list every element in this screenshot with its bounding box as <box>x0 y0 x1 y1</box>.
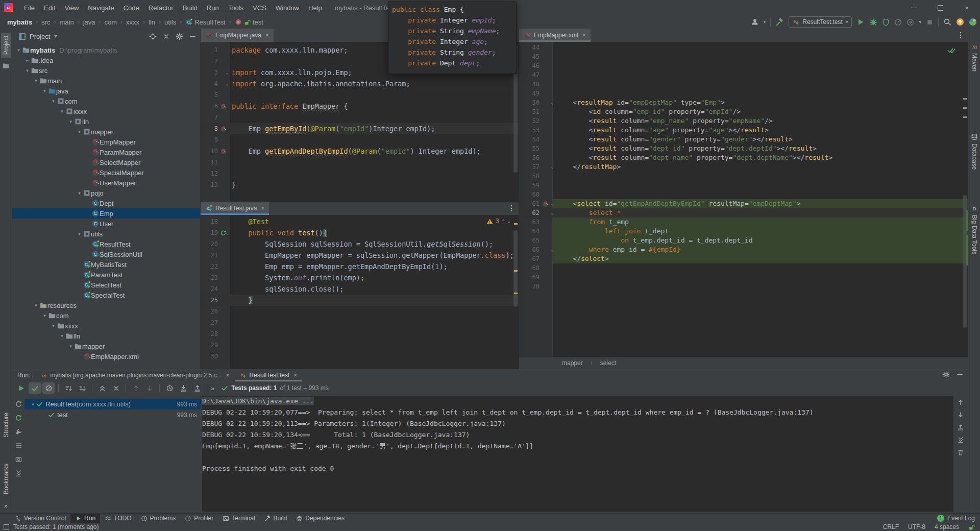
fold-marker[interactable]: ⌄ <box>551 245 554 254</box>
export-results-button[interactable] <box>191 382 203 394</box>
tree-expand-icon[interactable]: ▾ <box>59 109 65 114</box>
tree-item-utils[interactable]: ▾utils <box>12 229 200 239</box>
tree-item-empmapper-xml[interactable]: EmpMapper.xml <box>12 351 200 361</box>
collapse-all-button[interactable] <box>161 32 170 41</box>
menu-code[interactable]: Code <box>119 4 144 12</box>
ide-update-icon[interactable] <box>956 18 964 26</box>
tree-item-com[interactable]: ▾com <box>12 310 200 321</box>
line-ending-widget[interactable]: CRLF <box>883 523 899 530</box>
tree-expand-icon[interactable]: ▾ <box>30 402 36 407</box>
tree-item-sqlsessionutil[interactable]: CSqlSessionUtil <box>12 249 200 259</box>
scroll-up-button[interactable] <box>957 398 964 406</box>
tree-expand-icon[interactable]: ▾ <box>41 313 48 318</box>
menu-edit[interactable]: Edit <box>39 4 60 12</box>
project-panel-title[interactable]: Project <box>30 33 50 40</box>
more-actions-button[interactable]: » <box>211 384 214 392</box>
test-tree-item-resulttest[interactable]: ▾ResultTest (com.xxxx.lln.utils)993 ms <box>24 399 201 409</box>
mapper-gutter-icon[interactable] <box>220 148 227 155</box>
rerun-failed-button[interactable] <box>15 400 22 408</box>
menu-run[interactable]: Run <box>202 4 224 12</box>
soft-wrap-button[interactable] <box>957 423 964 431</box>
menu-file[interactable]: File <box>19 4 39 12</box>
more-tool-windows-button[interactable]: » <box>0 502 12 510</box>
menu-vcs[interactable]: VCS <box>248 4 271 12</box>
close-tab-icon[interactable]: × <box>226 372 230 379</box>
close-tab-icon[interactable]: × <box>293 372 297 379</box>
breadcrumb-item-lln[interactable]: lln <box>149 18 155 26</box>
tree-item-selecttest[interactable]: CSelectTest <box>12 280 200 290</box>
tree-expand-icon[interactable]: ▾ <box>67 344 74 349</box>
tab-options-icon[interactable] <box>957 31 965 39</box>
show-ignored-toggle[interactable] <box>42 382 55 394</box>
tree-item-user[interactable]: CUser <box>12 219 200 229</box>
breadcrumb-item-resulttest[interactable]: CResultTest <box>185 18 226 26</box>
scroll-to-end-button[interactable] <box>957 436 964 444</box>
tool-button-big-data-tools[interactable]: DBig Data Tools <box>968 205 980 254</box>
scroll-to-end-button[interactable] <box>15 469 22 477</box>
scrollbar-thumb[interactable] <box>513 230 518 307</box>
tool-window-button-run[interactable]: Run <box>70 514 100 523</box>
menu-view[interactable]: View <box>60 4 83 12</box>
tool-window-button-profiler[interactable]: Profiler <box>180 514 218 523</box>
mapper-gutter-icon[interactable] <box>542 201 549 207</box>
breadcrumb-item-com[interactable]: com <box>105 18 117 26</box>
tree-item-com[interactable]: ▾com <box>12 96 200 106</box>
tree-item-xxxx[interactable]: ▾xxxx <box>12 321 200 331</box>
sort-by-duration-toggle[interactable] <box>76 382 88 394</box>
tree-item-usermapper[interactable]: UserMapper <box>12 178 200 188</box>
close-button[interactable]: × <box>953 0 980 15</box>
encoding-widget[interactable]: UTF-8 <box>908 523 925 530</box>
tab-empmapper-xml[interactable]: EmpMapper.xml× <box>519 29 591 42</box>
tree-expand-icon[interactable]: ▾ <box>59 333 65 339</box>
tree-expand-icon[interactable]: ▾ <box>24 68 31 73</box>
tree-expand-icon[interactable]: ▾ <box>33 78 39 83</box>
tree-item--idea[interactable]: ▸.idea <box>12 55 200 65</box>
collapse-all-button[interactable] <box>110 382 122 394</box>
breadcrumb-item-utils[interactable]: utils <box>164 18 176 26</box>
panel-settings-button[interactable] <box>175 32 184 41</box>
tree-item-pojo[interactable]: ▾pojo <box>12 188 200 198</box>
tree-expand-icon[interactable]: ▾ <box>50 99 57 104</box>
close-tab-icon[interactable]: × <box>265 32 269 39</box>
coverage-button[interactable] <box>882 18 890 26</box>
stop-button[interactable] <box>926 18 934 26</box>
menu-tools[interactable]: Tools <box>224 4 248 12</box>
tool-button-structure[interactable]: Structure <box>0 413 12 438</box>
tool-window-button-terminal[interactable]: Terminal <box>218 514 259 523</box>
status-message[interactable]: Tests passed: 1 (moments ago) <box>13 523 99 530</box>
test-history-button[interactable] <box>163 382 176 394</box>
tree-item-java[interactable]: ▾java <box>12 86 200 96</box>
tree-item-lln[interactable]: ▾lln <box>12 331 200 341</box>
sort-alphabetically-toggle[interactable] <box>62 382 75 394</box>
test-tree-item-test[interactable]: test993 ms <box>24 409 201 420</box>
tree-item-paramtest[interactable]: CParamTest <box>12 270 200 280</box>
menu-build[interactable]: Build <box>178 4 202 12</box>
import-results-button[interactable] <box>177 382 189 394</box>
tab-empmapper-java[interactable]: EmpMapper.java× <box>201 29 274 42</box>
prev-warning-icon[interactable]: ⌃ <box>502 219 505 224</box>
tool-window-button-dependencies[interactable]: Dependencies <box>291 514 349 523</box>
tree-item-src[interactable]: ▾src <box>12 65 200 76</box>
hide-panel-button[interactable] <box>188 32 197 41</box>
tool-window-button-version-control[interactable]: Version Control <box>10 514 70 523</box>
run-panel-settings-button[interactable] <box>942 371 950 378</box>
tree-item-parammapper[interactable]: ParamMapper <box>12 147 200 157</box>
editor-empmapper-xml[interactable]: 44454647484950⌄ <resultMap id="empDeptMa… <box>519 42 968 357</box>
breadcrumb-mapper[interactable]: mapper <box>562 359 583 367</box>
tree-expand-icon[interactable]: ▾ <box>76 129 83 134</box>
tree-item-mybatis[interactable]: ▾mybatisD:\program\mybatis <box>12 45 200 55</box>
tree-item-main[interactable]: ▾main <box>12 76 200 86</box>
ide-settings-icon[interactable] <box>969 18 977 26</box>
test-settings-button[interactable] <box>15 427 22 436</box>
tree-expand-icon[interactable]: ▾ <box>33 303 39 308</box>
run-console[interactable]: D:\Java\JDK\bin\java.exe ...DEBUG 02-22 … <box>202 396 953 512</box>
tree-expand-icon[interactable]: ▾ <box>76 231 83 236</box>
breadcrumb-item-xxxx[interactable]: xxxx <box>126 18 139 26</box>
close-tab-icon[interactable]: × <box>582 32 586 39</box>
expand-all-button[interactable] <box>96 382 108 394</box>
search-everywhere-button[interactable] <box>943 18 951 26</box>
readonly-toggle[interactable] <box>968 523 975 530</box>
tree-item-resulttest[interactable]: CResultTest <box>12 239 200 249</box>
breadcrumb-item-mybatis[interactable]: mybatis <box>7 18 32 26</box>
run-tab-resulttest[interactable]: ResultTest.test× <box>235 369 303 381</box>
